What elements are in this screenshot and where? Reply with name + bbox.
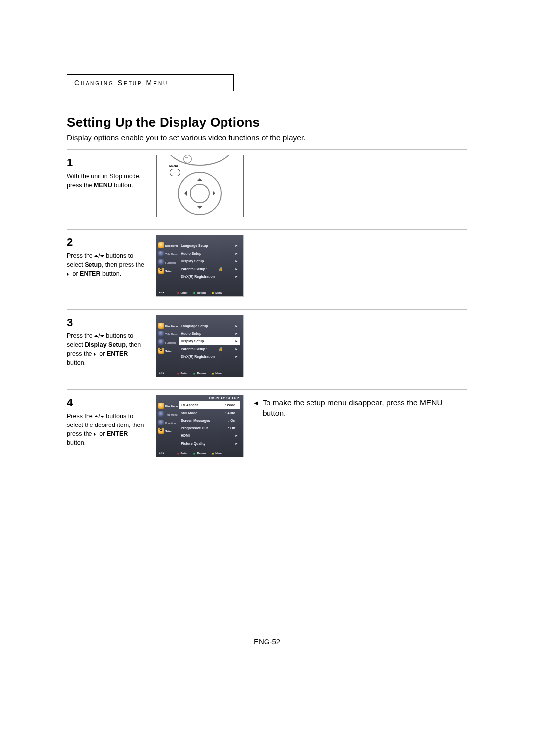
- tab-function: Function: [158, 419, 177, 426]
- tab-label: Disc Menu: [165, 325, 178, 328]
- item-picture-quality: Picture Quality►: [179, 440, 240, 448]
- disc-icon: [158, 242, 164, 248]
- step-4-number: 4: [67, 395, 147, 411]
- tab-label: Title Menu: [165, 253, 178, 256]
- footer-enter: Enter: [177, 372, 187, 375]
- gear-icon: [158, 348, 164, 354]
- title-icon: [158, 331, 164, 337]
- tab-title-menu: Title Menu: [158, 411, 177, 418]
- remote-diagram: MENU: [156, 155, 244, 217]
- footer-return: Return: [193, 372, 206, 375]
- item-display-setup: Display Setup►: [179, 257, 240, 265]
- item-value: : Wide: [225, 403, 238, 407]
- chevron-right-icon: ►: [235, 244, 238, 247]
- osd-items: Language Setup► Audio Setup► Display Set…: [179, 242, 240, 281]
- tab-disc-menu: Disc Menu: [158, 322, 177, 330]
- disc-icon: [158, 403, 164, 409]
- chevron-right-icon: ►: [235, 355, 238, 358]
- step-1-number: 1: [67, 155, 147, 171]
- item-value: : Off: [228, 426, 238, 430]
- step-2-visual: Disc Menu Title Menu Function Setup Lang…: [156, 235, 244, 297]
- step-1-text: 1 With the unit in Stop mode, press the …: [67, 155, 147, 189]
- item-audio-setup: Audio Setup►: [179, 250, 240, 258]
- tab-label: Function: [165, 422, 176, 425]
- text-bold: Display Setup: [85, 341, 126, 348]
- lock-icon: 🔒: [218, 267, 226, 271]
- footer-menu: Menu: [212, 452, 222, 455]
- text-bold: ENTER: [107, 430, 128, 437]
- gear-icon: [158, 428, 164, 434]
- item-label: HDMI: [181, 434, 190, 437]
- footer-menu: Menu: [212, 372, 222, 375]
- remote-small-button: [183, 155, 192, 163]
- chevron-right-icon: ►: [235, 324, 238, 328]
- item-label: Display Setup: [181, 339, 204, 343]
- item-language-setup: Language Setup►: [179, 242, 240, 250]
- text-fragment: button.: [112, 182, 133, 189]
- tab-disc-menu: Disc Menu: [158, 402, 177, 410]
- tab-setup: Setup: [158, 347, 177, 355]
- function-icon: [158, 339, 164, 345]
- tab-label: Setup: [165, 270, 172, 273]
- item-label: Parental Setup :: [181, 347, 207, 351]
- step-4-text: 4 Press the / buttons to select the desi…: [67, 395, 147, 447]
- page-title: Setting Up the Display Options: [67, 115, 467, 130]
- item-label: Progressive Out: [181, 426, 208, 430]
- step-3-row: 3 Press the / buttons to select Display …: [67, 309, 467, 389]
- right-arrow-icon: [94, 430, 98, 437]
- footer-return: Return: [193, 291, 206, 294]
- osd-footer: Enter Return Menu: [156, 289, 243, 296]
- item-progressive-out: Progressive Out: Off: [179, 425, 240, 432]
- up-arrow-icon: [94, 252, 98, 259]
- text-fragment: button.: [67, 359, 86, 366]
- dpad-down-icon: [197, 206, 202, 211]
- step-3-visual: Disc Menu Title Menu Function Setup Lang…: [156, 315, 244, 377]
- dpad-left-icon: [182, 191, 187, 196]
- function-icon: [158, 420, 164, 425]
- down-arrow-icon: [100, 413, 104, 420]
- page-number: ENG-52: [67, 637, 467, 646]
- item-tv-aspect: TV Aspect: Wide: [179, 401, 240, 409]
- footer-return: Return: [193, 452, 206, 455]
- item-divx: DivX(R) Registration►: [179, 353, 240, 361]
- tab-label: Disc Menu: [165, 405, 178, 408]
- up-arrow-icon: [94, 413, 98, 420]
- text-fragment: button.: [67, 439, 86, 446]
- text-fragment: or: [98, 350, 107, 357]
- chevron-right-icon: ►: [235, 259, 238, 263]
- item-label: DivX(R) Registration: [181, 355, 215, 358]
- item-label: Audio Setup: [181, 252, 201, 255]
- chevron-right-icon: ►: [235, 339, 238, 343]
- text-fragment: or: [71, 270, 80, 277]
- lock-icon: 🔒: [218, 347, 226, 351]
- step-4-row: 4 Press the / buttons to select the desi…: [67, 389, 467, 469]
- item-hdmi: HDMI►: [179, 432, 240, 440]
- dpad-icon: [178, 172, 222, 215]
- title-icon: [158, 251, 164, 257]
- item-divx: DivX(R) Registration►: [179, 273, 240, 281]
- osd-display-setup: DISPLAY SETUP Disc Menu Title Menu Funct…: [156, 395, 244, 457]
- text-fragment: button.: [100, 270, 121, 277]
- chevron-right-icon: ►: [235, 442, 238, 445]
- text-fragment: Press the: [67, 413, 94, 420]
- item-label: Screen Messages: [181, 419, 210, 422]
- right-arrow-icon: [67, 270, 71, 277]
- footer-enter: Enter: [177, 452, 187, 455]
- tab-label: Disc Menu: [165, 244, 178, 247]
- tab-label: Function: [165, 261, 176, 264]
- chevron-right-icon: ►: [235, 267, 238, 271]
- osd-header: DISPLAY SETUP: [209, 396, 239, 400]
- tab-label: Function: [165, 341, 176, 344]
- title-icon: [158, 411, 164, 417]
- chevron-right-icon: ►: [235, 332, 238, 335]
- tab-title-menu: Title Menu: [158, 250, 177, 258]
- osd-items: TV Aspect: Wide Still Mode: Auto Screen …: [179, 401, 240, 447]
- item-still-mode: Still Mode: Auto: [179, 409, 240, 417]
- item-label: Still Mode: [181, 411, 197, 415]
- tab-label: Title Menu: [165, 333, 178, 336]
- item-label: DivX(R) Registration: [181, 275, 215, 278]
- step-1-visual: MENU: [156, 155, 244, 217]
- intro-text: Display options enable you to set variou…: [67, 133, 467, 142]
- osd-tabs: Disc Menu Title Menu Function Setup: [158, 242, 177, 275]
- osd-setup-menu: Disc Menu Title Menu Function Setup Lang…: [156, 235, 244, 297]
